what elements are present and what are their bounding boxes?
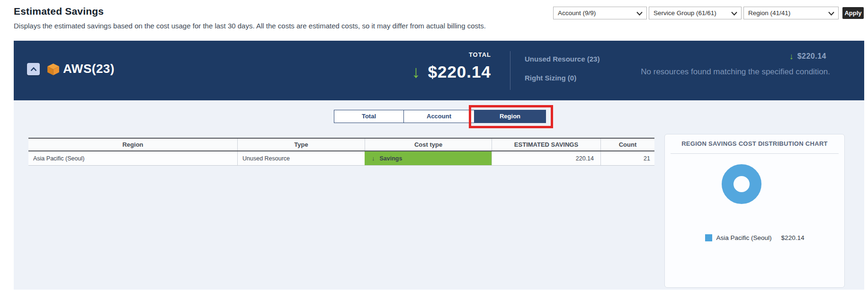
banner-divider xyxy=(510,51,510,90)
table-header-row: Region Type Cost type ESTIMATED SAVINGS … xyxy=(28,138,654,151)
estimated-savings-page: Estimated Savings Displays the estimated… xyxy=(0,0,868,292)
service-group-filter-dropdown[interactable]: Service Group (61/61) xyxy=(649,7,742,19)
cell-count: 21 xyxy=(600,151,654,165)
chart-title: REGION SAVINGS COST DISTRIBUTION CHART xyxy=(665,140,844,147)
chevron-down-icon xyxy=(828,11,834,16)
cell-cost-type-savings: ↓ Savings xyxy=(365,151,492,165)
region-savings-table: Region Type Cost type ESTIMATED SAVINGS … xyxy=(28,138,654,166)
column-header-region: Region xyxy=(28,139,237,150)
account-filter-value: Account (9/9) xyxy=(558,9,596,17)
region-filter-value: Region (41/41) xyxy=(748,9,790,17)
chevron-up-icon xyxy=(30,67,37,71)
apply-button[interactable]: Apply xyxy=(842,7,864,19)
chart-title-divider xyxy=(671,153,839,154)
down-arrow-icon: ↓ xyxy=(412,63,420,80)
column-header-type: Type xyxy=(237,139,365,150)
legend-label: Asia Pacific (Seoul) xyxy=(716,234,772,241)
right-sizing-empty-message: No resources found matching the specifie… xyxy=(641,67,830,77)
column-header-count: Count xyxy=(600,139,654,150)
total-label: TOTAL xyxy=(469,51,491,58)
tab-account[interactable]: Account xyxy=(403,110,474,123)
provider-name: AWS(23) xyxy=(63,62,115,76)
unused-resource-savings: ↓ $220.14 xyxy=(789,52,826,61)
page-description: Displays the estimated savings based on … xyxy=(14,22,486,30)
account-filter-dropdown[interactable]: Account (9/9) xyxy=(553,7,647,19)
cell-estimated-savings: 220.14 xyxy=(492,151,600,165)
aws-cube-icon xyxy=(47,63,60,76)
collapse-button[interactable] xyxy=(27,63,40,75)
tab-total[interactable]: Total xyxy=(334,110,404,123)
page-title: Estimated Savings xyxy=(14,6,104,17)
service-group-filter-value: Service Group (61/61) xyxy=(653,9,716,17)
legend-value: $220.14 xyxy=(781,234,805,241)
region-savings-chart-panel: REGION SAVINGS COST DISTRIBUTION CHART A… xyxy=(664,134,845,288)
tab-region[interactable]: Region xyxy=(474,110,546,123)
column-header-estimated-savings: ESTIMATED SAVINGS xyxy=(492,139,600,150)
table-row[interactable]: Asia Pacific (Seoul) Unused Resource ↓ S… xyxy=(28,151,654,166)
cost-type-label: Savings xyxy=(380,155,403,162)
cell-region: Asia Pacific (Seoul) xyxy=(28,151,237,165)
down-arrow-icon: ↓ xyxy=(372,155,375,162)
down-arrow-icon: ↓ xyxy=(789,52,794,61)
unused-resource-count: Unused Resource (23) xyxy=(525,55,600,63)
donut-chart[interactable] xyxy=(722,164,761,204)
aws-summary-banner: AWS(23) TOTAL ↓ $220.14 Unused Resource … xyxy=(14,41,864,100)
column-header-cost-type: Cost type xyxy=(365,139,492,150)
legend-swatch xyxy=(705,234,712,241)
cell-type: Unused Resource xyxy=(237,151,365,165)
chevron-down-icon xyxy=(731,11,737,16)
unused-resource-savings-value: $220.14 xyxy=(797,52,826,61)
total-savings: ↓ $220.14 xyxy=(412,62,491,81)
chart-legend: Asia Pacific (Seoul) $220.14 xyxy=(665,234,844,241)
total-savings-value: $220.14 xyxy=(428,62,491,81)
chevron-down-icon xyxy=(636,11,643,16)
right-sizing-count: Right Sizing (0) xyxy=(525,74,576,82)
region-filter-dropdown[interactable]: Region (41/41) xyxy=(743,7,839,19)
